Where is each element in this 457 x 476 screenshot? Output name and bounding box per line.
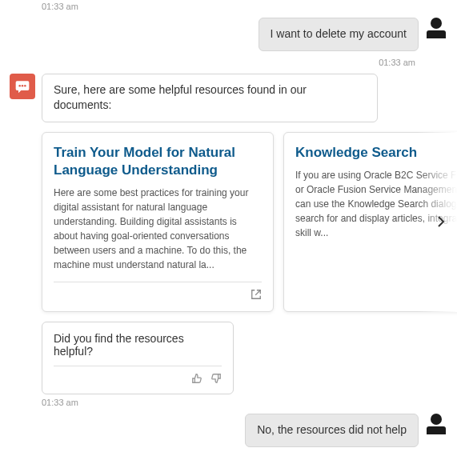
- user-message-bubble: No, the resources did not help: [245, 414, 419, 447]
- bot-message-row: Sure, here are some helpful resources fo…: [10, 74, 447, 122]
- timestamp: 01:33 am: [10, 398, 447, 407]
- resource-card[interactable]: Train Your Model for Natural Language Un…: [42, 132, 274, 312]
- bot-message-bubble: Sure, here are some helpful resources fo…: [42, 74, 378, 122]
- user-message-row: I want to delete my account: [10, 18, 447, 51]
- card-title: Train Your Model for Natural Language Un…: [54, 144, 262, 179]
- thumbs-down-icon[interactable]: [210, 373, 222, 384]
- card-footer: [54, 282, 262, 300]
- card-title: Knowledge Search: [295, 144, 457, 162]
- chat-container: 01:33 am I want to delete my account 01:…: [0, 2, 457, 476]
- card-body: Here are some best practices for trainin…: [54, 186, 262, 272]
- resource-cards-carousel: Train Your Model for Natural Language Un…: [42, 132, 447, 312]
- external-link-icon[interactable]: [251, 289, 262, 300]
- svg-point-2: [24, 85, 26, 87]
- chevron-right-icon: [437, 215, 445, 228]
- svg-point-1: [22, 85, 24, 87]
- user-avatar-icon: [425, 18, 447, 40]
- svg-point-0: [18, 85, 21, 87]
- bot-avatar-icon: [10, 74, 35, 99]
- feedback-prompt-box: Did you find the resources helpful?: [42, 322, 234, 394]
- user-avatar-icon: [425, 414, 447, 436]
- user-message-row: No, the resources did not help: [10, 414, 447, 447]
- feedback-prompt-text: Did you find the resources helpful?: [54, 332, 222, 358]
- timestamp: 01:33 am: [10, 58, 447, 67]
- thumbs-up-icon[interactable]: [191, 373, 202, 384]
- carousel-next-button[interactable]: [431, 212, 451, 231]
- user-message-bubble: I want to delete my account: [259, 18, 419, 51]
- timestamp: 01:33 am: [10, 2, 447, 11]
- feedback-actions: [54, 366, 222, 384]
